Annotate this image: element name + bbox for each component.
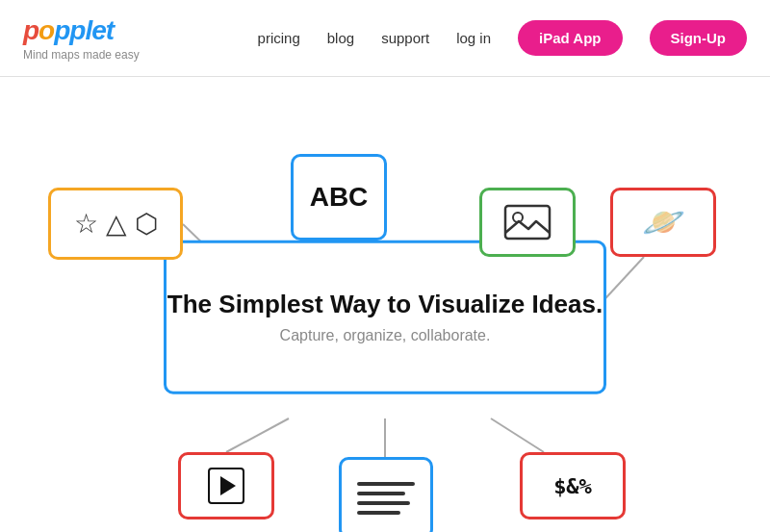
line-1	[357, 482, 415, 486]
planet-icon: 🪐	[642, 202, 685, 242]
line-2	[357, 492, 405, 495]
nav-login[interactable]: log in	[456, 30, 491, 46]
logo-area: popplet Mind maps made easy	[23, 15, 140, 62]
lines-icon	[349, 474, 423, 522]
hero-title: The Simplest Way to Visualize Ideas.	[167, 290, 603, 319]
svg-line-6	[491, 418, 544, 452]
image-icon	[503, 204, 552, 241]
hero-section: The Simplest Way to Visualize Ideas. Cap…	[0, 77, 770, 532]
line-3	[357, 501, 410, 505]
svg-rect-7	[505, 206, 550, 239]
shapes-icons: ☆ △ ⬡	[74, 208, 158, 240]
symbols-card: $&%	[520, 452, 626, 519]
star-icon: ☆	[74, 208, 98, 240]
triangle-icon: △	[106, 208, 127, 240]
abc-label: ABC	[310, 182, 369, 213]
header: popplet Mind maps made easy pricing blog…	[0, 0, 770, 77]
shapes-card: ☆ △ ⬡	[48, 188, 183, 260]
nav-pricing[interactable]: pricing	[258, 30, 300, 46]
tagline: Mind maps made easy	[23, 48, 140, 62]
image-card	[479, 188, 576, 257]
hexagon-icon: ⬡	[135, 208, 158, 240]
video-card	[178, 452, 274, 519]
svg-line-4	[226, 418, 289, 452]
text-card	[339, 457, 433, 532]
planet-card: 🪐	[610, 188, 716, 257]
nav-support[interactable]: support	[381, 30, 429, 46]
nav-blog[interactable]: blog	[327, 30, 354, 46]
play-triangle	[220, 476, 236, 495]
abc-card: ABC	[291, 154, 387, 241]
symbols-label: $&%	[553, 474, 592, 498]
ipad-app-button[interactable]: iPad App	[518, 20, 622, 56]
play-icon	[208, 468, 244, 504]
signup-button[interactable]: Sign-Up	[650, 20, 748, 56]
logo: popplet	[23, 15, 140, 46]
hero-subtitle: Capture, organize, collaborate.	[280, 327, 491, 344]
line-4	[357, 511, 400, 515]
nav: pricing blog support log in iPad App Sig…	[258, 20, 747, 56]
center-card: The Simplest Way to Visualize Ideas. Cap…	[164, 240, 606, 393]
